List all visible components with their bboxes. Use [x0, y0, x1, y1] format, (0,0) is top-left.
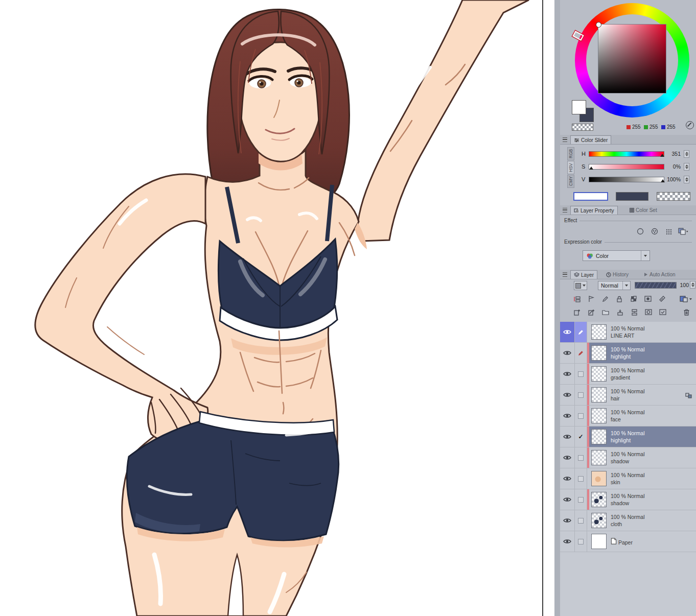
checkbox-icon[interactable] — [578, 371, 584, 377]
menu-icon[interactable] — [563, 208, 567, 212]
main-color-swatch[interactable] — [572, 100, 586, 114]
new-raster-layer-icon[interactable] — [571, 307, 583, 317]
hue-slider[interactable] — [589, 151, 664, 157]
tab-layer[interactable]: Layer — [570, 270, 597, 279]
visibility-eye-icon[interactable] — [560, 447, 575, 468]
menu-icon[interactable] — [563, 137, 567, 142]
saturation-slider[interactable] — [589, 164, 664, 170]
visibility-eye-icon[interactable] — [560, 406, 575, 426]
visibility-eye-icon[interactable] — [560, 364, 575, 384]
layer-state-cell[interactable]: ✓ — [575, 343, 587, 363]
saturation-slider-marker[interactable] — [589, 167, 593, 170]
layer-row[interactable]: ✓ 100 % Normalcloth — [560, 510, 696, 531]
tone-grid-icon[interactable] — [663, 227, 675, 235]
color-wheel-mode-icon[interactable] — [686, 121, 694, 129]
visibility-eye-icon[interactable] — [560, 489, 575, 510]
tab-hsv[interactable]: HSV — [567, 161, 574, 174]
lock-layer-icon[interactable] — [614, 294, 625, 303]
tone-effect-icon[interactable] — [649, 227, 660, 235]
layer-state-cell[interactable]: ✓ — [575, 489, 587, 510]
layer-row[interactable]: ✓ 100 % Normalgradient — [560, 364, 696, 385]
value-stepper[interactable] — [684, 176, 689, 183]
layer-row[interactable]: ✓ 100 % Normalhair — [560, 385, 696, 406]
blend-mode-select[interactable]: Normal — [598, 281, 631, 290]
layer-row[interactable]: ✓ 100 % Normalshadow — [560, 489, 696, 510]
hue-stepper[interactable] — [684, 150, 689, 158]
layer-state-cell[interactable]: ✓ — [575, 447, 587, 468]
layer-thumbnail[interactable] — [591, 471, 607, 486]
border-effect-icon[interactable] — [635, 227, 646, 235]
checkbox-icon[interactable] — [578, 392, 584, 398]
tab-layer-property[interactable]: Layer Property — [570, 206, 618, 215]
layer-row[interactable]: ✓ 100 % Normalhighlight — [560, 343, 696, 364]
checkbox-icon[interactable] — [578, 413, 584, 419]
clip-at-layer-icon[interactable] — [571, 294, 583, 303]
canvas-page[interactable] — [0, 0, 554, 616]
visibility-eye-icon[interactable] — [560, 531, 575, 552]
value-slider[interactable] — [589, 177, 664, 182]
merge-down-icon[interactable] — [629, 307, 640, 317]
layer-thumbnail[interactable] — [591, 387, 607, 402]
saturation-value-square[interactable] — [598, 24, 666, 93]
tab-history[interactable]: History — [603, 270, 632, 279]
layer-state-cell[interactable]: ✓ — [575, 364, 587, 384]
layer-row[interactable]: ✓ 100 % Normalskin — [560, 468, 696, 489]
apply-mask-icon[interactable] — [657, 307, 668, 317]
checkbox-icon[interactable] — [578, 539, 584, 544]
blend-preview-combo[interactable] — [574, 281, 587, 290]
checkbox-icon[interactable] — [578, 455, 584, 461]
layer-state-cell[interactable]: ✓ — [575, 385, 587, 405]
layer-thumbnail[interactable] — [591, 324, 607, 340]
delete-layer-icon[interactable] — [681, 307, 692, 317]
layer-state-cell[interactable]: ✓ — [575, 322, 587, 342]
layer-thumbnail[interactable] — [591, 450, 607, 465]
layer-thumbnail[interactable] — [591, 492, 607, 507]
expression-color-dropdown[interactable]: Color — [583, 250, 650, 261]
layer-state-cell[interactable]: ✓ — [575, 468, 587, 489]
layer-thumbnail[interactable] — [591, 429, 607, 444]
layer-thumbnail[interactable] — [591, 408, 607, 423]
layer-thumbnail[interactable] — [591, 366, 607, 382]
visibility-eye-icon[interactable] — [560, 427, 575, 447]
layer-state-cell[interactable]: ✓ — [575, 531, 587, 552]
transfer-down-icon[interactable] — [614, 307, 625, 317]
layer-state-cell[interactable]: ✓ — [575, 510, 587, 531]
layer-thumbnail[interactable] — [591, 534, 607, 549]
checkbox-icon[interactable] — [578, 518, 584, 524]
visibility-eye-icon[interactable] — [560, 343, 575, 363]
layer-state-cell[interactable]: ✓ — [575, 427, 587, 447]
transparent-color-box[interactable] — [657, 192, 690, 201]
current-color-box[interactable] — [573, 192, 608, 201]
visibility-eye-icon[interactable] — [560, 510, 575, 531]
layer-row[interactable]: ✓ 100 % Normalface — [560, 406, 696, 427]
tab-cmy[interactable]: CMY — [567, 175, 574, 188]
enable-mask-icon[interactable] — [642, 294, 654, 303]
tab-color-slider[interactable]: Color Slider — [570, 135, 611, 144]
tab-rgb[interactable]: RGB — [567, 147, 574, 160]
layer-effect-icon[interactable] — [685, 391, 692, 400]
layer-state-cell[interactable]: ✓ — [575, 406, 587, 426]
visibility-eye-icon[interactable] — [560, 468, 575, 489]
visibility-eye-icon[interactable] — [560, 322, 575, 342]
new-folder-icon[interactable] — [600, 307, 611, 317]
checkbox-icon[interactable] — [578, 497, 584, 503]
palette-color-icon[interactable] — [679, 294, 694, 303]
layer-row[interactable]: ✓ 100 % NormalLINE ART — [560, 322, 696, 343]
layer-row[interactable]: ✓ Paper — [560, 531, 696, 552]
ruler-icon[interactable] — [657, 294, 668, 303]
layer-thumbnail[interactable] — [591, 345, 607, 361]
draft-layer-icon[interactable] — [599, 294, 611, 303]
tab-color-set[interactable]: Color Set — [627, 206, 660, 215]
create-mask-icon[interactable] — [643, 307, 654, 317]
layer-row[interactable]: ✓ 100 % Normalshadow — [560, 447, 696, 468]
lock-transparent-icon[interactable] — [628, 294, 639, 303]
reference-layer-icon[interactable] — [586, 294, 597, 303]
opacity-slider[interactable] — [635, 282, 677, 289]
visibility-eye-icon[interactable] — [560, 385, 575, 405]
tab-auto-action[interactable]: Auto Action — [641, 270, 679, 279]
saturation-stepper[interactable] — [684, 163, 689, 171]
transparent-color-swatch[interactable] — [572, 124, 593, 131]
layer-color-icon[interactable] — [678, 227, 689, 235]
sub-color-box[interactable] — [616, 192, 648, 201]
menu-icon[interactable] — [563, 272, 567, 277]
